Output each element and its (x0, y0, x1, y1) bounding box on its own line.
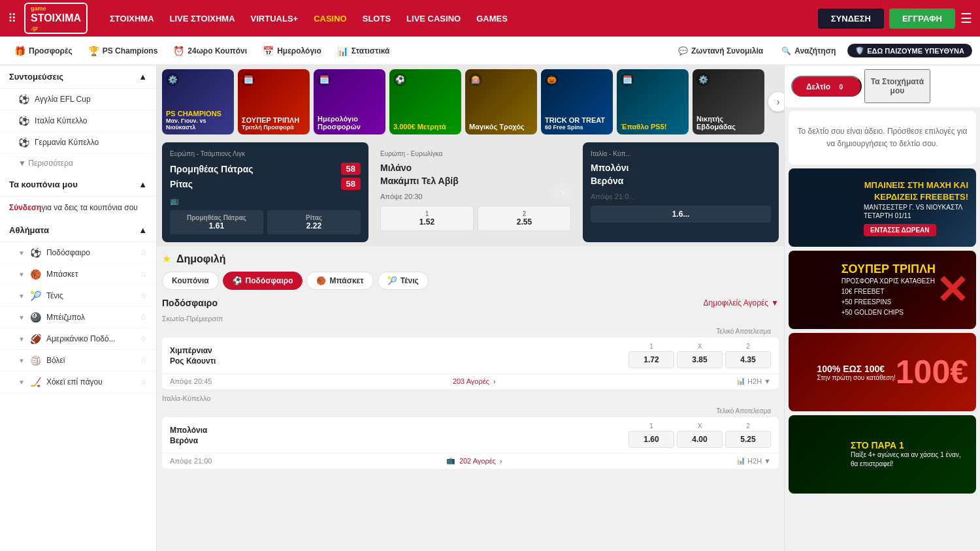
coupons-login-link[interactable]: Σύνδεση (9, 203, 41, 212)
h2h-button[interactable]: 📊 H2H ▼ (736, 377, 771, 385)
sidebar-sport-volleyball[interactable]: ▼ 🏐 Βόλεϊ ☆ (0, 350, 156, 371)
promo-title: 3.000€ Μετρητά (393, 123, 457, 131)
odd-button-1[interactable]: 1 1.52 (380, 206, 474, 231)
sports-header[interactable]: Αθλήματα ▲ (0, 219, 156, 242)
promo-icon: 🗓️ (242, 73, 255, 86)
live-match-card-2: Ευρώπη - Ευρωλίγκα Μιλάνο Μακάμπι Τελ Αβ… (372, 142, 579, 242)
nav-ps-champions[interactable]: 🏆 PS Champions (82, 43, 165, 59)
favorite-icon[interactable]: ☆ (140, 270, 147, 279)
promo-card-4[interactable]: ⚽ 3.000€ Μετρητά (389, 69, 461, 134)
odd-button-1[interactable]: 1.6... (591, 206, 771, 223)
nav-live-casino[interactable]: LIVE CASINO (400, 10, 467, 27)
promo-banner-subtitle: Στην πρώτη σου κατάθεση! (817, 374, 895, 381)
search-button[interactable]: 🔍 Αναζήτηση (775, 44, 842, 58)
promo-banner-4[interactable]: ΣΤΟ ΠΑΡΑ 1 Παίξε 4+ αγώνες και αν χάσεις… (789, 415, 976, 494)
login-button[interactable]: ΣΥΝΔΕΣΗ (818, 8, 884, 29)
sidebar-sport-hockey[interactable]: ▼ 🏒 Χόκεϊ επί πάγου ☆ (0, 371, 156, 393)
tab-soccer[interactable]: ⚽ Ποδόσφαιρο (223, 272, 303, 290)
promo-card-7[interactable]: 🗓️ Έπαθλο PS5! (617, 69, 689, 134)
betslip-tab[interactable]: Δελτίο 0 (791, 76, 862, 97)
odd-button-team2[interactable]: Ρίτας 2.22 (267, 210, 361, 234)
promo-banner-1[interactable]: ΜΠΑΙΝΕΙΣ ΣΤΗ ΜΑΧΗ ΚΑΙ ΚΕΡΔΙΖΕΙΣ FREEBETS… (789, 168, 976, 247)
betslip-header: Δελτίο 0 Τα Στοιχήματά μου (785, 65, 980, 107)
logo[interactable]: game STOIXIMA .gr (24, 3, 88, 35)
chevron-down-icon: ▼ (18, 357, 25, 364)
h2h-button[interactable]: 📊 H2H ▼ (736, 456, 771, 465)
nav-casino[interactable]: CASINO (307, 10, 353, 27)
nav-24h-coupon[interactable]: ⏰ 24ωρο Κουπόνι (167, 43, 253, 59)
more-markets-link[interactable]: 202 Αγορές (459, 457, 496, 465)
tab-tennis[interactable]: 🎾 Τένις (378, 272, 429, 290)
chevron-right-icon: › (500, 457, 502, 465)
nav-live-stoixima[interactable]: LIVE ΣΤΟΙΧΗΜΑ (163, 10, 242, 27)
hamburger-icon[interactable]: ☰ (960, 10, 972, 26)
nav-calendar[interactable]: 📅 Ημερολόγιο (256, 43, 328, 59)
sidebar-item-germany-cup[interactable]: ⚽ Γερμανία Κύπελλο (0, 132, 156, 153)
live-chat-button[interactable]: 💬 Ζωντανή Συνομιλία (672, 44, 770, 58)
sidebar-sport-basketball[interactable]: ▼ 🏀 Μπάσκετ ☆ (0, 264, 156, 285)
promo-next-button[interactable]: › (768, 92, 784, 112)
promo-card-5[interactable]: 🎰 Μαγικός Τροχός (465, 69, 537, 134)
nav-virtuals[interactable]: VIRTUALS+ (244, 10, 305, 27)
promo-card-2[interactable]: 🗓️ ΣΟΥΠΕΡ ΤΡΙΠΛΗ Τριπλή Προσφορά (238, 69, 310, 134)
favorite-icon[interactable]: ☆ (140, 248, 147, 257)
match-row-1: Χιμπέρνιαν Ρος Κάουντι 1 1.72 Χ 3.85 (162, 338, 779, 389)
promo-amount: 100€ (896, 353, 968, 391)
odd-button-team1[interactable]: Προμηθέας Πάτρας 1.61 (170, 210, 263, 234)
popular-markets-button[interactable]: Δημοφιλείς Αγορές ▼ (703, 298, 779, 307)
sidebar-more-shortcuts[interactable]: ▼ Περισσότερα (0, 153, 156, 173)
favorite-icon[interactable]: ☆ (140, 356, 147, 365)
favorite-icon[interactable]: ☆ (140, 313, 147, 322)
sidebar-sport-soccer[interactable]: ▼ ⚽ Ποδόσφαιρο ☆ (0, 242, 156, 264)
odd-button-x[interactable]: 3.85 (677, 351, 723, 368)
favorite-icon[interactable]: ☆ (140, 334, 147, 343)
nav-games[interactable]: GAMES (470, 10, 514, 27)
live-next-button[interactable]: › (553, 182, 574, 203)
nav-statistics[interactable]: 📊 Στατιστικά (331, 43, 397, 59)
shortcuts-header[interactable]: Συντομεύσεις ▲ (0, 65, 156, 89)
odd-button-1[interactable]: 1.72 (629, 351, 674, 368)
sidebar-sport-american-football[interactable]: ▼ 🏈 Αμερικάνικο Ποδό... ☆ (0, 328, 156, 350)
grid-icon[interactable]: ⠿ (8, 11, 16, 25)
promo-banner-content: 100% ΕΩΣ 100€ Στην πρώτη σου κατάθεση! (817, 364, 895, 381)
odd-button-2[interactable]: 2 2.55 (478, 206, 571, 231)
promo-cta-button[interactable]: ΕΝΤΑΣΣΕ ΔΩΡΕΑΝ (864, 224, 936, 236)
nav-promotions[interactable]: 🎁 Προσφορές (8, 43, 79, 59)
favorite-icon[interactable]: ☆ (140, 377, 147, 386)
promo-icon: 🗓️ (621, 73, 634, 86)
promo-card-1[interactable]: ⚙️ PS CHAMPIONS Μαν. Γιουν. vs Νιούκαστλ (162, 69, 234, 134)
promo-card-8[interactable]: ⚙️ Νικητής Εβδομάδας (693, 69, 764, 134)
nav-slots[interactable]: SLOTS (356, 10, 397, 27)
live-odds-2: 1 1.52 2 2.55 (380, 206, 571, 231)
odd-col-2: 2 5.25 (725, 422, 771, 448)
main-layout: Συντομεύσεις ▲ ⚽ Αγγλία EFL Cup ⚽ Ιταλία… (0, 65, 980, 551)
odd-button-2[interactable]: 5.25 (725, 431, 771, 448)
betslip-container: Το δελτίο σου είναι άδειο. Πρόσθεσε επιλ… (789, 111, 976, 165)
coupons-label: Τα κουπόνια μου (9, 180, 78, 189)
odd-button-x[interactable]: 4.00 (677, 431, 723, 448)
promo-icon: ⚙️ (166, 73, 179, 86)
promo-card-6[interactable]: 🎃 TRICK OR TREAT 60 Free Spins (541, 69, 613, 134)
coupons-header[interactable]: Τα κουπόνια μου ▲ (0, 173, 156, 197)
sidebar-item-efl[interactable]: ⚽ Αγγλία EFL Cup (0, 89, 156, 110)
promo-card-3[interactable]: 🗓️ Ημερολόγιο Προσφορών (314, 69, 385, 134)
tab-basketball[interactable]: 🏀 Μπάσκετ (306, 272, 373, 290)
promo-title: Έπαθλο PS5! (621, 123, 685, 131)
sidebar-sport-tennis[interactable]: ▼ 🎾 Τένις ☆ (0, 285, 156, 307)
more-markets-link[interactable]: 203 Αγορές (453, 377, 489, 385)
my-bets-tab[interactable]: Τα Στοιχήματά μου (864, 69, 930, 103)
coupons-text: για να δεις τα κουπόνια σου (41, 203, 138, 212)
sidebar-sport-baseball[interactable]: ▼ 🎱 Μπέιζμπολ ☆ (0, 307, 156, 328)
tab-coupons[interactable]: Κουπόνια (162, 272, 219, 290)
odd-button-1[interactable]: 1.60 (629, 431, 674, 448)
odd-button-2[interactable]: 4.35 (725, 351, 771, 368)
register-button[interactable]: ΕΓΓΡΑΦΗ (889, 8, 955, 29)
promo-banner-2[interactable]: ΣΟΥΠΕΡ ΤΡΙΠΛΗ ΠΡΟΣΦΟΡΑ ΧΩΡΙΣ ΚΑΤΑΘΕΣΗ10€… (789, 251, 976, 329)
star-icon: ★ (162, 253, 171, 265)
odd-header-x: Χ (677, 343, 723, 350)
sidebar-item-italy-cup[interactable]: ⚽ Ιταλία Κύπελλο (0, 110, 156, 132)
favorite-icon[interactable]: ☆ (140, 291, 147, 300)
promo-banner-3[interactable]: 100% ΕΩΣ 100€ Στην πρώτη σου κατάθεση! 1… (789, 333, 976, 411)
live-league-1: Ευρώπη - Τσάμπιονς Λιγκ (170, 150, 361, 157)
nav-stoixima[interactable]: ΣΤΟΙΧΗΜΑ (103, 10, 161, 27)
